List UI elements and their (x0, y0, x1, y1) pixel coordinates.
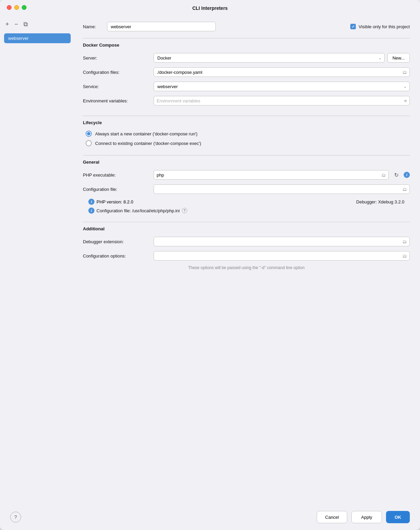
php-version-info-icon: i (88, 199, 94, 205)
lifecycle-option1-row: Always start a new container ('docker-co… (83, 131, 410, 137)
close-button[interactable] (7, 5, 12, 10)
server-select-wrapper: Docker ⌄ (154, 53, 385, 63)
traffic-lights (7, 5, 27, 10)
visible-only-label: Visible only for this project (358, 24, 410, 29)
env-vars-placeholder: Environment variables (157, 98, 404, 103)
config-files-row: Configuration files: 🗂 (83, 67, 410, 77)
ok-button[interactable]: OK (386, 511, 410, 523)
lifecycle-title: Lifecycle (83, 120, 410, 125)
config-options-input[interactable] (157, 253, 402, 259)
config-file-row: Configuration file: 🗂 (83, 184, 410, 194)
title-bar: CLI Interpreters (0, 0, 420, 15)
docker-compose-title: Docker Compose (83, 43, 410, 48)
additional-section: Additional Debugger extension: 🗂 Configu… (83, 222, 410, 276)
debugger-extension-input-wrapper: 🗂 (154, 237, 410, 246)
server-select[interactable]: Docker (154, 53, 385, 63)
config-file-label: Configuration file: (83, 187, 151, 192)
name-row: Name: Visible only for this project (83, 22, 410, 31)
debugger-extension-input[interactable] (157, 239, 402, 244)
config-files-input[interactable] (157, 70, 402, 75)
debugger-extension-folder-icon[interactable]: 🗂 (402, 239, 407, 244)
debugger-extension-label: Debugger extension: (83, 239, 151, 244)
general-section: General PHP executable: 🗂 ↻ i C (83, 155, 410, 216)
debugger-extension-row: Debugger extension: 🗂 (83, 237, 410, 246)
right-panel: Name: Visible only for this project Dock… (75, 15, 420, 506)
refresh-button[interactable]: ↻ (391, 170, 401, 180)
name-input[interactable] (107, 22, 216, 31)
docker-compose-section: Docker Compose Server: Docker ⌄ New... (83, 38, 410, 110)
debugger-extension-control-wrapper: 🗂 (154, 237, 410, 246)
lifecycle-option1-radio[interactable] (86, 131, 92, 137)
service-select-wrapper: webserver ⌄ (154, 82, 410, 91)
php-executable-control-wrapper: 🗂 ↻ i (154, 170, 410, 180)
config-file-path-text: Configuration file: /usr/local/etc/php/p… (97, 208, 180, 213)
config-file-folder-icon[interactable]: 🗂 (402, 187, 407, 192)
env-vars-label: Environment variables: (83, 98, 151, 103)
config-file-path-info-icon: i (88, 208, 94, 214)
config-file-input-wrapper: 🗂 (154, 184, 410, 194)
php-executable-folder-icon[interactable]: 🗂 (381, 172, 386, 178)
php-executable-input[interactable] (157, 172, 381, 178)
copy-interpreter-button[interactable]: ⧉ (22, 20, 29, 28)
dialog-title: CLI Interpreters (192, 5, 228, 11)
config-files-control-wrapper: 🗂 (154, 67, 410, 77)
visible-only-checkbox[interactable] (350, 24, 356, 29)
server-row: Server: Docker ⌄ New... (83, 53, 410, 63)
main-content: + − ⧉ webserver Name: Visible only for t… (0, 15, 420, 506)
button-group: Cancel Apply OK (317, 511, 410, 523)
config-options-folder-icon[interactable]: 🗂 (402, 253, 407, 259)
config-file-control-wrapper: 🗂 (154, 184, 410, 194)
cancel-button[interactable]: Cancel (317, 511, 347, 523)
config-options-label: Configuration options: (83, 253, 151, 259)
lifecycle-option2-radio[interactable] (86, 140, 92, 146)
add-interpreter-button[interactable]: + (4, 20, 11, 28)
config-file-input[interactable] (157, 187, 402, 192)
apply-button[interactable]: Apply (351, 511, 382, 523)
debugger-text: Debugger: Xdebug 3.2.0 (356, 199, 404, 204)
env-vars-control-wrapper: Environment variables ≡ (154, 96, 410, 105)
config-options-row: Configuration options: 🗂 (83, 251, 410, 261)
php-executable-input-wrapper: 🗂 (154, 170, 389, 180)
php-version-left: i PHP version: 8.2.0 (88, 199, 133, 205)
config-options-control-wrapper: 🗂 (154, 251, 410, 261)
remove-interpreter-button[interactable]: − (13, 20, 20, 28)
help-button[interactable]: ? (10, 512, 21, 523)
minimize-button[interactable] (14, 5, 19, 10)
service-label: Service: (83, 84, 151, 89)
lifecycle-option2-row: Connect to existing container ('docker-c… (83, 140, 410, 146)
service-select[interactable]: webserver (154, 82, 410, 91)
lifecycle-option1-label: Always start a new container ('docker-co… (95, 131, 197, 136)
bottom-bar: ? Cancel Apply OK (0, 506, 420, 530)
additional-title: Additional (83, 226, 410, 231)
server-control-wrapper: Docker ⌄ New... (154, 53, 410, 63)
general-title: General (83, 160, 410, 165)
php-executable-info-icon[interactable]: i (404, 172, 410, 178)
php-version-text: PHP version: 8.2.0 (97, 199, 133, 204)
env-vars-row: Environment variables: Environment varia… (83, 96, 410, 105)
name-label: Name: (83, 24, 102, 29)
config-files-input-wrapper: 🗂 (154, 67, 410, 77)
php-executable-row: PHP executable: 🗂 ↻ i (83, 170, 410, 180)
config-file-path-help-icon[interactable]: ? (182, 208, 187, 213)
lifecycle-section: Lifecycle Always start a new container (… (83, 116, 410, 150)
php-executable-label: PHP executable: (83, 172, 151, 178)
lifecycle-option2-label: Connect to existing container ('docker-c… (95, 141, 201, 146)
config-file-path-row: i Configuration file: /usr/local/etc/php… (83, 208, 410, 214)
sidebar: + − ⧉ webserver (0, 15, 75, 506)
sidebar-item-webserver[interactable]: webserver (4, 33, 71, 43)
php-version-row: i PHP version: 8.2.0 Debugger: Xdebug 3.… (83, 199, 410, 205)
server-label: Server: (83, 55, 151, 61)
visible-only-row: Visible only for this project (350, 24, 410, 29)
service-row: Service: webserver ⌄ (83, 82, 410, 91)
maximize-button[interactable] (22, 5, 27, 10)
env-vars-input-wrapper: Environment variables ≡ (154, 96, 410, 105)
sidebar-toolbar: + − ⧉ (4, 18, 71, 32)
config-files-folder-icon[interactable]: 🗂 (402, 70, 407, 75)
new-server-button[interactable]: New... (387, 53, 410, 63)
config-files-label: Configuration files: (83, 70, 151, 75)
env-vars-list-icon[interactable]: ≡ (404, 98, 407, 103)
config-options-input-wrapper: 🗂 (154, 251, 410, 261)
cli-interpreters-dialog: CLI Interpreters + − ⧉ webserver Name: V… (0, 0, 420, 530)
hint-text: These options will be passed using the "… (83, 265, 410, 270)
service-control-wrapper: webserver ⌄ (154, 82, 410, 91)
